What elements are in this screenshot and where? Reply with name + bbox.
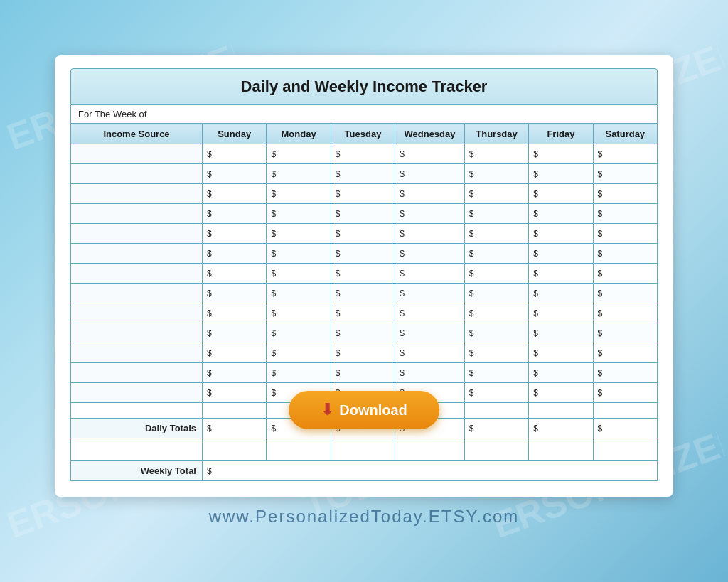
dollar-cell[interactable]: $: [267, 284, 331, 303]
dollar-cell[interactable]: $: [593, 284, 657, 303]
dollar-cell[interactable]: $: [593, 204, 657, 224]
dollar-cell[interactable]: $: [203, 383, 267, 403]
dollar-cell[interactable]: $: [464, 164, 528, 184]
dollar-cell[interactable]: $: [267, 184, 331, 204]
dollar-cell[interactable]: $: [203, 224, 267, 244]
income-source-cell[interactable]: [71, 224, 203, 244]
dollar-cell[interactable]: $: [331, 264, 395, 284]
dollar-cell[interactable]: $: [529, 204, 593, 224]
dollar-cell[interactable]: $: [331, 164, 395, 184]
dollar-cell[interactable]: $: [203, 343, 267, 363]
income-source-cell[interactable]: [71, 164, 203, 184]
dollar-cell[interactable]: $: [203, 303, 267, 323]
dollar-cell[interactable]: $: [395, 363, 465, 383]
dollar-cell[interactable]: $: [203, 144, 267, 164]
income-source-cell[interactable]: [71, 184, 203, 204]
dollar-cell[interactable]: $: [267, 164, 331, 184]
dollar-cell[interactable]: $: [593, 363, 657, 383]
dollar-cell[interactable]: $: [464, 184, 528, 204]
daily-total-cell[interactable]: $: [529, 419, 593, 438]
dollar-cell[interactable]: $: [529, 184, 593, 204]
weekly-total-value[interactable]: $: [203, 461, 658, 481]
dollar-cell[interactable]: $: [529, 323, 593, 343]
daily-total-cell[interactable]: $: [203, 419, 267, 438]
dollar-cell[interactable]: $: [464, 363, 528, 383]
dollar-cell[interactable]: $: [464, 284, 528, 303]
dollar-cell[interactable]: $: [331, 224, 395, 244]
dollar-cell[interactable]: $: [203, 164, 267, 184]
dollar-cell[interactable]: $: [331, 303, 395, 323]
dollar-cell[interactable]: $: [464, 224, 528, 244]
dollar-cell[interactable]: $: [593, 164, 657, 184]
download-button[interactable]: ⬇ Download: [289, 391, 439, 429]
dollar-cell[interactable]: $: [203, 184, 267, 204]
dollar-cell[interactable]: $: [331, 343, 395, 363]
dollar-cell[interactable]: $: [593, 264, 657, 284]
dollar-cell[interactable]: $: [331, 184, 395, 204]
dollar-cell[interactable]: $: [267, 323, 331, 343]
dollar-cell[interactable]: $: [464, 303, 528, 323]
dollar-cell[interactable]: $: [331, 363, 395, 383]
dollar-cell[interactable]: $: [267, 343, 331, 363]
dollar-cell[interactable]: $: [267, 264, 331, 284]
dollar-cell[interactable]: $: [593, 244, 657, 264]
dollar-cell[interactable]: $: [593, 343, 657, 363]
dollar-cell[interactable]: $: [593, 303, 657, 323]
dollar-cell[interactable]: $: [593, 224, 657, 244]
dollar-cell[interactable]: $: [464, 323, 528, 343]
income-source-cell[interactable]: [71, 284, 203, 303]
dollar-cell[interactable]: $: [267, 144, 331, 164]
dollar-cell[interactable]: $: [529, 284, 593, 303]
dollar-cell[interactable]: $: [464, 264, 528, 284]
dollar-cell[interactable]: $: [464, 343, 528, 363]
dollar-cell[interactable]: $: [529, 244, 593, 264]
dollar-cell[interactable]: $: [331, 144, 395, 164]
dollar-cell[interactable]: $: [593, 184, 657, 204]
dollar-cell[interactable]: $: [203, 264, 267, 284]
dollar-cell[interactable]: $: [203, 323, 267, 343]
dollar-cell[interactable]: $: [395, 224, 465, 244]
dollar-cell[interactable]: $: [464, 144, 528, 164]
dollar-cell[interactable]: $: [529, 363, 593, 383]
dollar-cell[interactable]: $: [203, 204, 267, 224]
dollar-cell[interactable]: $: [529, 164, 593, 184]
dollar-cell[interactable]: $: [395, 343, 465, 363]
income-source-cell[interactable]: [71, 264, 203, 284]
income-source-cell[interactable]: [71, 204, 203, 224]
dollar-cell[interactable]: $: [529, 144, 593, 164]
dollar-cell[interactable]: $: [267, 204, 331, 224]
dollar-cell[interactable]: $: [395, 264, 465, 284]
dollar-cell[interactable]: $: [529, 383, 593, 403]
income-source-cell[interactable]: [71, 244, 203, 264]
dollar-cell[interactable]: $: [331, 204, 395, 224]
dollar-cell[interactable]: $: [267, 303, 331, 323]
income-source-cell[interactable]: [71, 303, 203, 323]
dollar-cell[interactable]: $: [464, 383, 528, 403]
dollar-cell[interactable]: $: [203, 244, 267, 264]
income-source-cell[interactable]: [71, 323, 203, 343]
dollar-cell[interactable]: $: [395, 144, 465, 164]
dollar-cell[interactable]: $: [395, 204, 465, 224]
dollar-cell[interactable]: $: [267, 363, 331, 383]
income-source-cell[interactable]: [71, 363, 203, 383]
dollar-cell[interactable]: $: [331, 244, 395, 264]
dollar-cell[interactable]: $: [395, 164, 465, 184]
dollar-cell[interactable]: $: [529, 264, 593, 284]
dollar-cell[interactable]: $: [395, 184, 465, 204]
dollar-cell[interactable]: $: [529, 303, 593, 323]
dollar-cell[interactable]: $: [203, 284, 267, 303]
dollar-cell[interactable]: $: [464, 244, 528, 264]
income-source-cell[interactable]: [71, 343, 203, 363]
income-source-cell[interactable]: [71, 144, 203, 164]
dollar-cell[interactable]: $: [203, 363, 267, 383]
dollar-cell[interactable]: $: [267, 224, 331, 244]
dollar-cell[interactable]: $: [267, 244, 331, 264]
dollar-cell[interactable]: $: [395, 284, 465, 303]
dollar-cell[interactable]: $: [464, 204, 528, 224]
dollar-cell[interactable]: $: [395, 303, 465, 323]
dollar-cell[interactable]: $: [593, 323, 657, 343]
dollar-cell[interactable]: $: [593, 383, 657, 403]
dollar-cell[interactable]: $: [331, 284, 395, 303]
income-source-cell[interactable]: [71, 383, 203, 403]
daily-total-cell[interactable]: $: [593, 419, 657, 438]
